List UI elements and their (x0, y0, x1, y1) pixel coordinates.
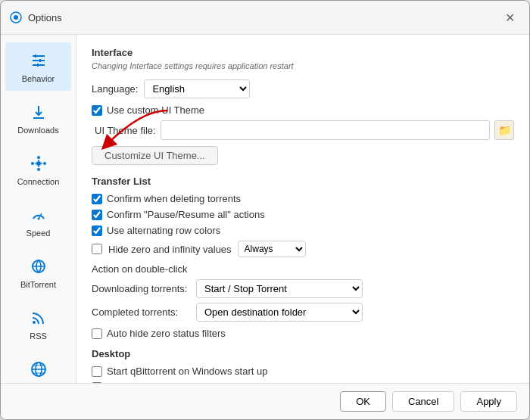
theme-file-input[interactable] (161, 120, 490, 140)
connection-label: Connection (17, 177, 60, 186)
language-select[interactable]: English French German (144, 79, 250, 98)
sidebar: Behavior Downloads (1, 35, 76, 383)
downloading-action-row: Downloading torrents: Start / Stop Torre… (92, 279, 514, 298)
sidebar-item-behavior[interactable]: Behavior (5, 42, 71, 91)
connection-icon (28, 153, 49, 174)
speed-label: Speed (26, 229, 51, 238)
auto-hide-row: Auto hide zero status filters (92, 328, 514, 339)
language-row: Language: English French German (92, 79, 514, 98)
svg-point-13 (37, 168, 40, 171)
show-splash-row: Show splash screen on start up (92, 381, 514, 383)
sidebar-item-downloads[interactable]: Downloads (5, 94, 71, 142)
auto-hide-label: Auto hide zero status filters (107, 328, 226, 339)
svg-point-19 (37, 218, 39, 220)
hide-zero-select[interactable]: Always Never (238, 241, 306, 257)
rss-icon (28, 307, 49, 328)
downloads-label: Downloads (17, 126, 58, 135)
sidebar-item-webui[interactable]: Web UI (5, 351, 71, 383)
sidebar-item-rss[interactable]: RSS (5, 300, 71, 348)
behavior-icon (28, 50, 49, 71)
completed-action-row: Completed torrents: Open destination fol… (92, 303, 514, 322)
bittorrent-label: BitTorrent (20, 280, 56, 289)
options-icon (10, 11, 22, 23)
use-custom-theme-label: Use custom UI Theme (107, 104, 204, 116)
start-windows-row: Start qBittorrent on Windows start up (92, 366, 514, 377)
main-panel: Interface Changing Interface settings re… (76, 35, 529, 383)
svg-point-10 (31, 162, 34, 165)
confirm-delete-row: Confirm when deleting torrents (92, 193, 514, 204)
cancel-button[interactable]: Cancel (392, 391, 454, 412)
svg-point-12 (37, 156, 40, 159)
folder-button[interactable]: 📁 (494, 120, 514, 140)
alternating-row-checkbox[interactable] (92, 226, 102, 236)
confirm-pause-label: Confirm "Pause/Resume all" actions (107, 209, 265, 220)
interface-section-title: Interface (92, 47, 514, 58)
show-splash-label: Show splash screen on start up (107, 381, 244, 383)
confirm-delete-checkbox[interactable] (92, 194, 102, 204)
use-custom-theme-checkbox[interactable] (92, 105, 102, 116)
use-custom-theme-row: Use custom UI Theme (92, 104, 514, 116)
alternating-row-label: Use alternating row colors (107, 225, 220, 236)
folder-icon: 📁 (498, 124, 511, 136)
confirm-delete-label: Confirm when deleting torrents (107, 193, 241, 204)
downloads-icon (28, 101, 49, 123)
interface-section-note: Changing Interface settings requires app… (92, 61, 514, 70)
confirm-pause-row: Confirm "Pause/Resume all" actions (92, 209, 514, 220)
svg-point-11 (43, 162, 46, 165)
downloading-label: Downloading torrents: (92, 283, 190, 294)
sidebar-item-speed[interactable]: Speed (5, 197, 71, 245)
rss-label: RSS (30, 331, 47, 341)
double-click-section: Action on double-click Downloading torre… (92, 263, 514, 322)
dialog-content: Behavior Downloads (1, 35, 529, 383)
hide-zero-row: Hide zero and infinity values Always Nev… (92, 241, 514, 257)
hide-zero-checkbox[interactable] (92, 244, 102, 254)
completed-label: Completed torrents: (92, 306, 190, 318)
webui-icon (28, 359, 49, 380)
close-button[interactable]: ✕ (499, 7, 520, 28)
theme-file-label: UI Theme file: (95, 125, 156, 136)
sidebar-item-connection[interactable]: Connection (5, 145, 71, 194)
behavior-label: Behavior (22, 74, 55, 83)
speed-icon (28, 204, 49, 226)
hide-zero-label: Hide zero and infinity values (108, 244, 232, 255)
completed-select[interactable]: Open destination folder Start / Stop Tor… (196, 303, 363, 322)
options-dialog: Options ✕ Behavior (0, 0, 530, 420)
sidebar-item-bittorrent[interactable]: BitTorrent (5, 248, 71, 297)
show-splash-checkbox[interactable] (92, 382, 102, 384)
title-bar-left: Options (10, 11, 62, 23)
start-windows-checkbox[interactable] (92, 366, 102, 377)
svg-point-1 (14, 15, 18, 20)
bittorrent-icon (28, 256, 49, 277)
start-windows-label: Start qBittorrent on Windows start up (107, 366, 267, 377)
svg-point-9 (36, 161, 41, 166)
desktop-section: Desktop Start qBittorrent on Windows sta… (92, 348, 514, 383)
apply-button[interactable]: Apply (460, 391, 517, 412)
language-label: Language: (92, 83, 138, 95)
transfer-list-title: Transfer List (92, 176, 514, 187)
downloading-select[interactable]: Start / Stop Torrent Open destination fo… (196, 279, 363, 298)
dialog-title: Options (28, 12, 62, 23)
dialog-footer: OK Cancel Apply (1, 383, 529, 419)
confirm-pause-checkbox[interactable] (92, 210, 102, 220)
customize-theme-button[interactable]: Customize UI Theme... (92, 146, 218, 165)
title-bar: Options ✕ (1, 1, 529, 35)
double-click-title: Action on double-click (92, 263, 514, 275)
theme-file-row: UI Theme file: 📁 (95, 120, 514, 140)
ok-button[interactable]: OK (340, 391, 386, 412)
alternating-row-row: Use alternating row colors (92, 225, 514, 236)
auto-hide-checkbox[interactable] (92, 328, 102, 339)
svg-point-22 (33, 321, 36, 324)
desktop-title: Desktop (92, 348, 514, 359)
